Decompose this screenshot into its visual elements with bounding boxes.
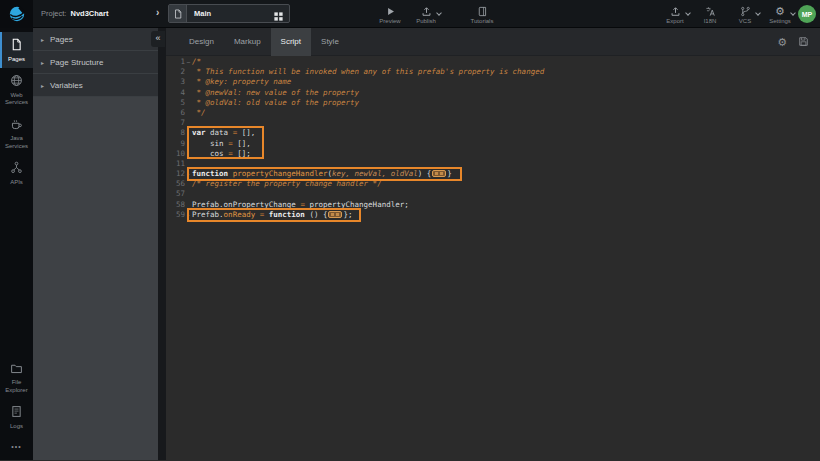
caret-down-icon <box>755 10 761 16</box>
project-name: Nvd3Chart <box>71 9 109 18</box>
page-selector-value: Main <box>187 9 273 18</box>
topbar-export-label: Export <box>666 18 683 24</box>
pages-panel: ▸Pages▸Page Structure▸Variables <box>33 28 158 460</box>
user-avatar[interactable]: MP <box>798 5 816 23</box>
save-icon[interactable] <box>798 33 809 51</box>
line-number-6: 6 <box>166 108 185 118</box>
rail-item-java-services[interactable]: Java Services <box>0 112 33 156</box>
topbar-tutorials-button[interactable]: Tutorials <box>470 5 494 24</box>
line-number-12: 12 <box>166 169 185 179</box>
fold-gutter <box>185 139 192 149</box>
chevron-expand-icon: ▸ <box>41 59 44 66</box>
panel-section-pages-label: Pages <box>50 35 73 44</box>
code-line-56-text: /* register the property change handler … <box>192 179 382 189</box>
panel-editor-divider[interactable] <box>158 28 166 460</box>
rail-item-logs[interactable]: Logs <box>0 399 33 435</box>
token-comment: /* register the property change handler … <box>192 179 382 188</box>
line-number-1: 1 <box>166 57 185 67</box>
upload-icon <box>421 5 432 17</box>
fold-marker-open-icon[interactable]: – <box>185 57 192 67</box>
topbar-preview-label: Preview <box>379 18 400 24</box>
line-number-10: 10 <box>166 149 185 159</box>
token-fn: onReady <box>224 210 256 219</box>
token-plain: [], <box>237 128 255 137</box>
book-icon <box>477 5 488 17</box>
topbar-right-actions: ExportI18NVCS⚙Settings <box>663 1 792 28</box>
code-line-4-text: * @newVal: new value of the property <box>192 88 359 98</box>
panel-section-pages[interactable]: ▸Pages <box>33 28 158 51</box>
topbar-vcs-label: VCS <box>739 18 751 24</box>
topbar-settings-button[interactable]: ⚙Settings <box>768 5 792 24</box>
doc-icon <box>10 405 23 423</box>
page-selector-dropdown[interactable]: Main <box>168 4 290 23</box>
rail-item-file-explorer-label: File Explorer <box>1 379 32 394</box>
token-comment: */ <box>192 108 206 117</box>
project-title: Project: Nvd3Chart <box>41 9 108 18</box>
token-kw: function <box>264 210 305 219</box>
panel-collapse-button[interactable]: « <box>151 31 165 47</box>
token-kw: function <box>192 169 228 178</box>
code-line-57: 57 <box>166 189 820 199</box>
rail-item-web-services[interactable]: Web Services <box>0 68 33 112</box>
code-line-10-text: cos = []; <box>192 149 251 159</box>
topbar-i18n-button[interactable]: I18N <box>698 5 722 24</box>
collapsed-code-widget[interactable] <box>328 211 342 218</box>
line-number-58: 58 <box>166 200 185 210</box>
rail-item-file-explorer[interactable]: File Explorer <box>0 356 33 400</box>
token-plain: data <box>206 128 233 137</box>
topbar: Project: Nvd3Chart › Main PreviewPublish… <box>0 0 820 28</box>
code-line-7: 7 <box>166 118 820 128</box>
script-editor[interactable]: 1–/*2 * This function will be invoked wh… <box>166 56 820 460</box>
tab-style[interactable]: Style <box>311 28 349 56</box>
line-number-4: 4 <box>166 88 185 98</box>
rail-item-apis-label: APIs <box>10 179 23 187</box>
fold-gutter <box>185 179 192 189</box>
token-comment: * @newVal: new value of the property <box>192 88 359 97</box>
rail-item-logs-label: Logs <box>10 423 23 431</box>
topbar-export-button[interactable]: Export <box>663 5 687 24</box>
fold-gutter <box>185 189 192 199</box>
app-logo-icon <box>0 0 33 28</box>
topbar-preview-button[interactable]: Preview <box>378 5 402 24</box>
settings-icon[interactable]: ⚙ <box>777 36 787 48</box>
code-line-12: 12▸function propertyChangeHandler(key, n… <box>166 169 820 179</box>
tab-markup[interactable]: Markup <box>224 28 271 56</box>
token-plain: []; <box>233 149 251 158</box>
token-param: key, newVal, oldVal <box>332 169 418 178</box>
rail-item-apis[interactable]: APIs <box>0 155 33 191</box>
tab-script[interactable]: Script <box>271 28 311 56</box>
line-number-8: 8 <box>166 128 185 138</box>
coffee-icon <box>10 118 23 136</box>
code-line-11: 11 <box>166 159 820 169</box>
fold-gutter <box>185 77 192 87</box>
rail-more-button[interactable]: ••• <box>0 435 33 460</box>
token-comment: /* <box>192 57 201 66</box>
collapsed-code-widget[interactable] <box>432 170 446 177</box>
caret-down-icon <box>685 10 691 16</box>
grid-view-icon[interactable] <box>273 8 284 19</box>
code-line-56: 56/* register the property change handle… <box>166 179 820 189</box>
fold-marker-closed-icon[interactable]: ▸ <box>185 169 192 179</box>
upload-icon <box>670 5 681 17</box>
line-number-5: 5 <box>166 98 185 108</box>
topbar-publish-button[interactable]: Publish <box>414 5 438 24</box>
fold-gutter <box>185 108 192 118</box>
main-area: « DesignMarkupScriptStyle⚙ 1–/*2 * This … <box>166 28 820 460</box>
tab-design[interactable]: Design <box>179 28 224 56</box>
panel-section-variables[interactable]: ▸Variables <box>33 74 158 97</box>
topbar-vcs-button[interactable]: VCS <box>733 5 757 24</box>
line-number-59: 59 <box>166 210 185 220</box>
rail-item-web-services-label: Web Services <box>1 92 32 107</box>
token-plain: sin <box>192 139 228 148</box>
code-line-6: 6 */ <box>166 108 820 118</box>
rail-item-pages-label: Pages <box>8 56 25 64</box>
line-number-2: 2 <box>166 67 185 77</box>
fold-marker-closed-icon[interactable]: ▸ <box>185 210 192 220</box>
code-line-59-text: Prefab.onReady = function () {}; <box>192 210 353 220</box>
panel-section-page-structure[interactable]: ▸Page Structure <box>33 51 158 74</box>
line-number-9: 9 <box>166 139 185 149</box>
play-icon <box>385 5 396 17</box>
code-line-9-text: sin = [], <box>192 139 251 149</box>
token-fn: propertyChangeHandler <box>228 169 327 178</box>
rail-item-pages[interactable]: Pages <box>0 32 33 68</box>
